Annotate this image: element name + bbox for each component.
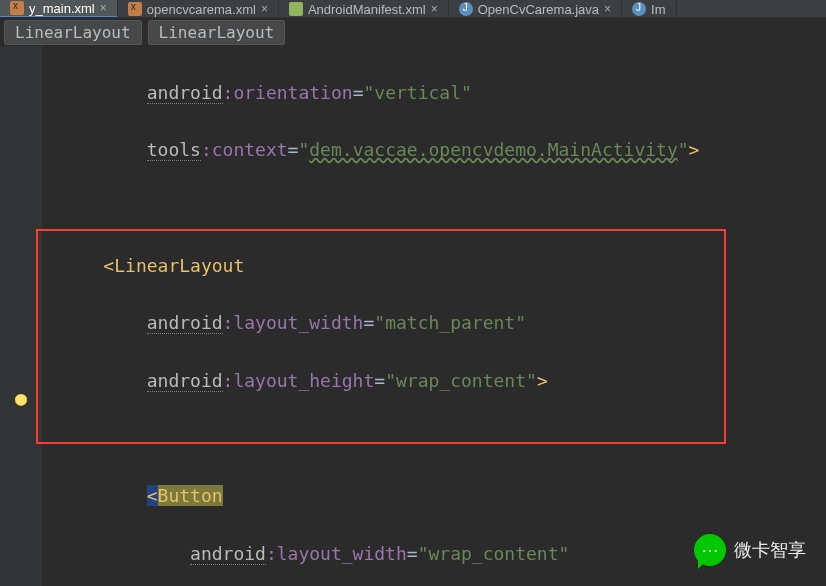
close-icon[interactable]: × [604, 2, 611, 16]
wechat-icon [694, 534, 726, 566]
watermark-text: 微卡智享 [734, 538, 806, 562]
code-editor-wrap: android:orientation="vertical" tools:con… [0, 46, 826, 586]
tab-y-main-xml[interactable]: y_main.xml × [0, 0, 118, 18]
tab-androidmanifest-xml[interactable]: AndroidManifest.xml × [279, 0, 449, 18]
tab-partial[interactable]: Im [622, 0, 676, 18]
java-icon [459, 2, 473, 16]
tab-label: Im [651, 2, 665, 17]
editor-gutter [0, 46, 42, 586]
manifest-icon [289, 2, 303, 16]
java-icon [632, 2, 646, 16]
close-icon[interactable]: × [261, 2, 268, 16]
tab-label: opencvcarema.xml [147, 2, 256, 17]
tab-opencvcarema-xml[interactable]: opencvcarema.xml × [118, 0, 279, 18]
xml-icon [128, 2, 142, 16]
watermark: 微卡智享 [694, 534, 806, 566]
structure-breadcrumb: LinearLayout LinearLayout [0, 18, 826, 46]
tab-label: AndroidManifest.xml [308, 2, 426, 17]
close-icon[interactable]: × [100, 1, 107, 15]
tab-label: y_main.xml [29, 1, 95, 16]
breadcrumb-item[interactable]: LinearLayout [4, 20, 142, 45]
lightbulb-icon[interactable] [14, 394, 28, 408]
close-icon[interactable]: × [431, 2, 438, 16]
tab-opencvcarema-java[interactable]: OpenCvCarema.java × [449, 0, 622, 18]
code-editor[interactable]: android:orientation="vertical" tools:con… [42, 46, 826, 586]
editor-tab-bar: y_main.xml × opencvcarema.xml × AndroidM… [0, 0, 826, 18]
tab-label: OpenCvCarema.java [478, 2, 599, 17]
breadcrumb-item[interactable]: LinearLayout [148, 20, 286, 45]
xml-icon [10, 1, 24, 15]
